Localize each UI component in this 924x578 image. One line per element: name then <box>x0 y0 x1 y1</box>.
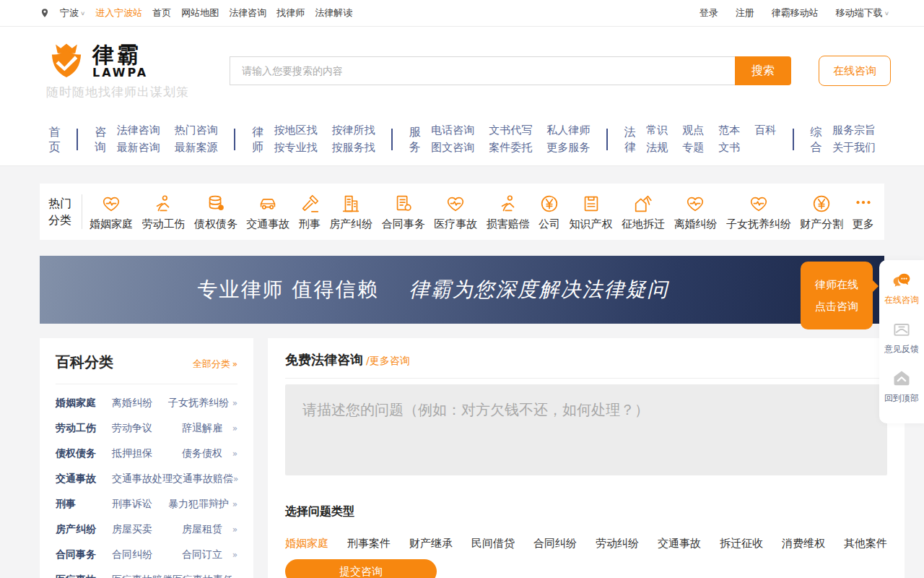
question-type-item[interactable]: 消费维权 <box>782 537 825 551</box>
nav-link[interactable]: 案件委托 <box>489 140 532 155</box>
search-button[interactable]: 搜索 <box>735 56 791 85</box>
float-item-3[interactable]: 回到顶部 <box>879 368 924 405</box>
wiki-sub-link[interactable]: 交通事故赔偿 <box>173 473 233 486</box>
nav-link[interactable]: 私人律师 <box>546 123 590 138</box>
hot-category-item[interactable]: 债权债务 <box>194 193 237 231</box>
hot-category-item[interactable]: 劳动工伤 <box>141 193 185 231</box>
hot-category-item[interactable]: 离婚纠纷 <box>674 193 717 231</box>
wiki-sub-link[interactable]: 交通事故处理 <box>112 473 173 486</box>
wiki-sub-link[interactable]: 刑事诉讼 <box>112 498 168 511</box>
float-item-1[interactable]: 在线咨询 <box>879 270 924 306</box>
nav-link[interactable]: 最新咨询 <box>117 140 160 155</box>
topbar-link-legal-consult[interactable]: 法律咨询 <box>229 7 266 20</box>
wiki-sub-link[interactable]: 暴力犯罪辩护 <box>168 498 229 511</box>
question-type-item[interactable]: 合同纠纷 <box>533 537 577 551</box>
wiki-category-link[interactable]: 合同事务 <box>56 548 112 561</box>
nav-link[interactable]: 关于我们 <box>832 140 876 155</box>
nav-link[interactable]: 按律所找 <box>332 123 375 138</box>
nav-group-label[interactable]: 服务 <box>409 124 421 155</box>
submit-consult-button[interactable]: 提交咨询 <box>285 559 437 578</box>
wiki-sub-link[interactable]: 房屋租赁 <box>177 523 227 536</box>
login-link[interactable]: 登录 <box>699 7 718 20</box>
nav-link[interactable]: 常识 <box>646 123 668 138</box>
nav-link[interactable]: 专题 <box>682 140 704 155</box>
hot-category-item[interactable]: 合同事务 <box>382 193 425 231</box>
hot-category-item[interactable]: 刑事 <box>299 193 321 231</box>
mobile-download-menu[interactable]: 移动端下载 ∨ <box>836 7 889 20</box>
wiki-sub-link[interactable]: 债务债权 <box>177 447 227 460</box>
hot-category-item[interactable]: 更多 <box>853 193 874 231</box>
topbar-link-sitemap[interactable]: 网站地图 <box>181 7 219 20</box>
register-link[interactable]: 注册 <box>736 7 754 20</box>
wiki-category-link[interactable]: 医疗事故 <box>56 574 112 578</box>
wiki-sub-link[interactable]: 劳动争议 <box>112 422 177 435</box>
nav-link[interactable]: 最新案源 <box>175 140 218 155</box>
hot-category-item[interactable]: 知识产权 <box>570 193 613 231</box>
nav-group-label[interactable]: 综合 <box>810 124 822 155</box>
hot-category-item[interactable]: 房产纠纷 <box>329 193 372 231</box>
nav-link[interactable]: 热门咨询 <box>175 123 218 138</box>
wiki-category-link[interactable]: 交通事故 <box>56 473 112 486</box>
topbar-link-legal-reading[interactable]: 法律解读 <box>315 7 352 20</box>
nav-link[interactable]: 文书 <box>718 140 740 155</box>
hot-category-item[interactable]: 婚姻家庭 <box>90 193 133 231</box>
wiki-sub-link[interactable]: 抵押担保 <box>112 447 177 460</box>
wiki-category-link[interactable]: 房产纠纷 <box>56 523 112 536</box>
nav-link[interactable]: 按地区找 <box>274 123 318 138</box>
question-textarea[interactable] <box>285 384 887 475</box>
wiki-sub-link[interactable]: 医疗事故赔偿 <box>112 574 173 578</box>
topbar-link-home[interactable]: 首页 <box>152 7 171 20</box>
float-item-2[interactable]: 意见反馈 <box>879 319 924 355</box>
nav-group-label[interactable]: 律师 <box>252 124 264 155</box>
question-type-item[interactable]: 拆迁征收 <box>720 537 763 551</box>
wiki-category-link[interactable]: 刑事 <box>56 498 112 511</box>
wiki-category-link[interactable]: 债权债务 <box>56 447 112 460</box>
wiki-sub-link[interactable]: 合同订立 <box>177 548 227 561</box>
nav-link[interactable]: 更多服务 <box>546 140 590 155</box>
nav-link[interactable]: 百科 <box>754 123 776 138</box>
wiki-sub-link[interactable]: 辞退解雇 <box>177 422 227 435</box>
wiki-sub-link[interactable]: 房屋买卖 <box>112 523 177 536</box>
question-type-item[interactable]: 婚姻家庭 <box>285 537 328 551</box>
nav-link[interactable]: 范本 <box>718 123 740 138</box>
nav-group-label[interactable]: 法律 <box>624 124 636 155</box>
nav-link[interactable]: 法律咨询 <box>117 123 160 138</box>
wiki-sub-link[interactable]: 合同纠纷 <box>112 548 177 561</box>
question-type-item[interactable]: 交通事故 <box>658 537 701 551</box>
wiki-sub-link[interactable]: 离婚纠纷 <box>112 397 168 410</box>
more-consult-link[interactable]: /更多咨询 <box>366 355 410 368</box>
question-type-item[interactable]: 劳动纠纷 <box>596 537 639 551</box>
question-type-item[interactable]: 民间借贷 <box>471 537 515 551</box>
question-type-item[interactable]: 刑事案件 <box>347 537 391 551</box>
nav-link[interactable]: 法规 <box>646 140 668 155</box>
nav-link[interactable]: 文书代写 <box>489 123 532 138</box>
city-selector[interactable]: 宁波 ∨ <box>60 7 85 20</box>
hot-category-item[interactable]: 子女抚养纠纷 <box>726 193 791 231</box>
all-categories-link[interactable]: 全部分类 <box>193 358 237 371</box>
nav-link[interactable]: 观点 <box>682 123 704 138</box>
nav-link[interactable]: 电话咨询 <box>431 123 474 138</box>
question-type-item[interactable]: 财产继承 <box>409 537 453 551</box>
hot-category-item[interactable]: 财产分割 <box>800 193 843 231</box>
wiki-category-link[interactable]: 劳动工伤 <box>56 422 112 435</box>
mobile-site-link[interactable]: 律霸移动站 <box>772 7 819 20</box>
wiki-category-link[interactable]: 婚姻家庭 <box>56 397 112 410</box>
search-input[interactable] <box>230 56 735 85</box>
site-logo[interactable]: 律霸 LAWPA <box>46 41 148 82</box>
topbar-link-find-lawyer[interactable]: 找律师 <box>276 7 305 20</box>
lawyer-online-cta-bubble[interactable]: 律师在线 点击咨询 <box>801 262 873 329</box>
hot-category-item[interactable]: 交通事故 <box>246 193 289 231</box>
nav-link[interactable]: 服务宗旨 <box>832 123 876 138</box>
hot-category-item[interactable]: 医疗事故 <box>434 193 477 231</box>
hot-category-item[interactable]: 公司 <box>539 193 560 231</box>
enter-city-station-link[interactable]: 进入宁波站 <box>95 7 142 20</box>
wiki-sub-link[interactable]: 子女抚养纠纷 <box>168 397 229 410</box>
nav-link[interactable]: 按专业找 <box>274 140 318 155</box>
wiki-sub-link[interactable]: 医疗事故责任 <box>173 574 233 578</box>
nav-link[interactable]: 图文咨询 <box>431 140 474 155</box>
nav-group-label[interactable]: 首页 <box>48 124 61 155</box>
question-type-item[interactable]: 其他案件 <box>844 537 887 551</box>
hot-category-item[interactable]: 征地拆迁 <box>622 193 665 231</box>
nav-link[interactable]: 按服务找 <box>332 140 375 155</box>
hot-category-item[interactable]: 损害赔偿 <box>487 193 530 231</box>
